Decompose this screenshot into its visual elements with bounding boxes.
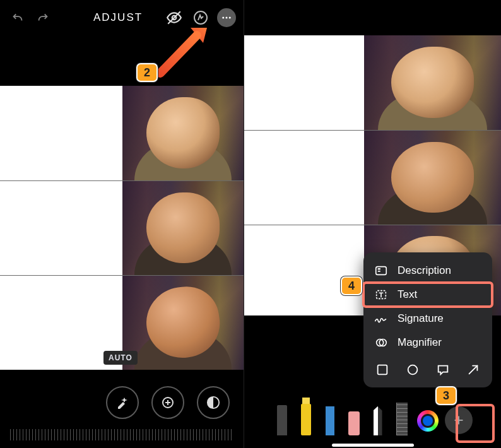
undo-button[interactable] (8, 8, 28, 28)
auto-chip[interactable]: AUTO (103, 351, 138, 365)
color-picker-button[interactable] (417, 410, 439, 432)
svg-rect-18 (378, 365, 387, 375)
exposure-button[interactable] (151, 386, 184, 419)
eraser-tool[interactable] (345, 390, 363, 435)
annotation-badge-3: 3 (435, 386, 457, 405)
svg-point-14 (379, 269, 380, 269)
ruler-tool[interactable] (393, 390, 411, 435)
popover-shape-row (363, 355, 492, 381)
popover-item-label: Signature (398, 312, 444, 325)
home-indicator (332, 444, 414, 447)
popover-signature[interactable]: Signature (363, 307, 492, 331)
svg-line-20 (469, 366, 478, 374)
annotation-highlight-3 (456, 404, 495, 443)
image-canvas[interactable] (0, 86, 244, 370)
auto-enhance-button[interactable] (106, 386, 139, 419)
annotation-arrow (154, 24, 208, 78)
svg-point-19 (408, 365, 418, 375)
svg-rect-12 (376, 267, 387, 275)
popover-description[interactable]: Description (363, 259, 492, 283)
text-icon (374, 288, 389, 302)
add-popover: Description Text Signature Magnifier (363, 252, 492, 387)
brilliance-button[interactable] (197, 386, 230, 419)
popover-magnifier[interactable]: Magnifier (363, 331, 492, 355)
svg-point-13 (378, 269, 379, 269)
adjust-title: ADJUST (93, 11, 143, 24)
signature-icon (374, 312, 389, 326)
popover-item-label: Magnifier (398, 336, 442, 349)
svg-point-4 (226, 17, 228, 19)
popover-item-label: Text (398, 288, 417, 301)
highlighter-tool[interactable] (297, 390, 315, 435)
description-icon (374, 264, 389, 278)
adjust-slider[interactable] (10, 429, 233, 440)
annotation-badge-2: 2 (136, 63, 158, 82)
annotation-badge-4: 4 (341, 276, 362, 295)
lasso-tool[interactable] (369, 390, 387, 435)
magnifier-icon (374, 336, 389, 350)
redo-button[interactable] (33, 8, 53, 28)
shape-speech-button[interactable] (434, 361, 452, 379)
shape-circle-button[interactable] (404, 361, 421, 379)
adjust-bottom-bar (0, 375, 244, 448)
shape-arrow-button[interactable] (464, 361, 482, 379)
pen-tool[interactable] (273, 390, 291, 435)
svg-point-5 (229, 17, 231, 19)
pencil-tool[interactable] (321, 390, 339, 435)
svg-point-3 (222, 17, 224, 19)
more-button[interactable] (217, 8, 236, 27)
popover-text[interactable]: Text (363, 283, 492, 307)
shape-square-button[interactable] (374, 361, 391, 379)
popover-item-label: Description (398, 264, 451, 277)
